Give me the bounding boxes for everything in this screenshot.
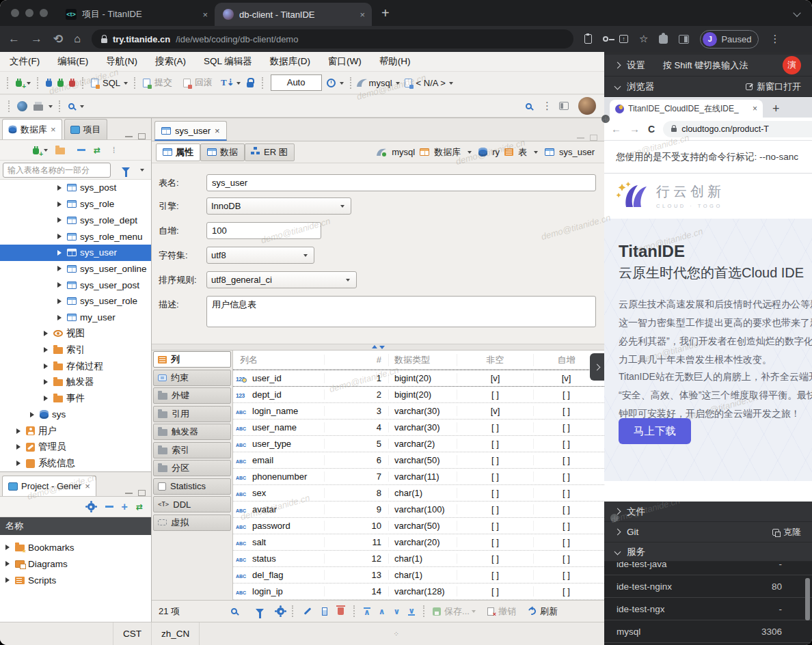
minimize-panel-icon[interactable] xyxy=(125,492,133,494)
gear-icon[interactable] xyxy=(87,503,95,510)
profile-button[interactable]: J Paused xyxy=(700,30,759,49)
delete-icon[interactable] xyxy=(338,607,344,615)
table-row[interactable]: 123user_id1bigint(20)[v][v] xyxy=(233,370,604,387)
menu-item[interactable]: 数据库(D) xyxy=(270,55,310,68)
table-row[interactable]: ABCphonenumber7varchar(11)[ ][ ] xyxy=(233,469,604,485)
tree-item-sys_user_post[interactable]: sys_user_post xyxy=(0,277,151,293)
section-tab-分区[interactable]: 分区 xyxy=(153,460,231,476)
section-tab-外键[interactable]: 外键 xyxy=(153,387,231,404)
header-data-type[interactable]: 数据类型 xyxy=(388,354,457,366)
tree-item-sys_role[interactable]: sys_role xyxy=(0,196,151,212)
search-icon[interactable] xyxy=(231,608,237,614)
expand-arrow-icon[interactable] xyxy=(5,561,12,566)
sql-editor-button[interactable]: SQL xyxy=(103,78,120,88)
chevron-down-icon[interactable] xyxy=(49,105,53,110)
project-item-Diagrams[interactable]: Diagrams xyxy=(0,555,151,572)
side-panel-icon[interactable] xyxy=(679,35,689,44)
install-icon[interactable]: ↑ xyxy=(619,35,628,43)
filter-icon[interactable] xyxy=(122,167,130,172)
table-row[interactable]: 123dept_id2bigint(20)[ ][ ] xyxy=(233,387,604,403)
refresh-button[interactable]: 刷新 xyxy=(540,605,558,618)
menu-item[interactable]: 文件(F) xyxy=(10,55,40,68)
menu-item[interactable]: SQL 编辑器 xyxy=(204,55,252,68)
tree-item-my_user[interactable]: my_user xyxy=(0,310,151,326)
close-tab-icon[interactable]: × xyxy=(360,10,365,20)
clone-button[interactable]: 克隆 xyxy=(772,526,801,538)
collapse-all-icon[interactable] xyxy=(77,149,85,151)
edit-icon[interactable] xyxy=(304,607,312,615)
close-tab-icon[interactable]: × xyxy=(202,10,208,20)
move-up-icon[interactable]: ∧ xyxy=(379,607,385,616)
close-tab-icon[interactable]: × xyxy=(85,481,90,491)
lock-transaction-icon[interactable] xyxy=(247,82,254,87)
expand-all-icon[interactable]: + xyxy=(122,501,128,513)
charset-select[interactable]: utf8 xyxy=(206,247,314,264)
link-editor-icon[interactable]: ⇄ xyxy=(136,502,143,512)
maximize-panel-icon[interactable] xyxy=(138,133,146,139)
chevron-down-icon[interactable] xyxy=(124,82,128,87)
forward-icon[interactable]: → xyxy=(630,123,640,135)
collapse-up-icon[interactable] xyxy=(372,342,377,348)
menu-item[interactable]: 搜索(A) xyxy=(155,55,186,68)
schema-icon[interactable] xyxy=(405,79,412,87)
section-tab-索引[interactable]: 索引 xyxy=(153,442,231,458)
tree-item-sys[interactable]: sys xyxy=(0,407,151,423)
files-section[interactable]: 文件 xyxy=(604,502,812,522)
tab-project[interactable]: 项目 xyxy=(64,119,107,139)
breadcrumb-connection[interactable]: mysql xyxy=(392,147,415,157)
web-icon[interactable] xyxy=(17,101,27,111)
bookmark-star-icon[interactable]: ☆ xyxy=(639,33,648,45)
section-tab-约束[interactable]: 约束 xyxy=(153,370,231,386)
menu-item[interactable]: 编辑(E) xyxy=(57,55,88,68)
chevron-down-icon[interactable] xyxy=(534,151,538,156)
project-item-Bookmarks[interactable]: Bookmarks xyxy=(0,539,151,555)
table-row[interactable]: ABCuser_type5varchar(2)[ ][ ] xyxy=(233,436,604,452)
maximize-panel-icon[interactable] xyxy=(138,490,146,496)
collation-select[interactable]: utf8_general_ci xyxy=(206,271,357,288)
tree-item-sys_post[interactable]: sys_post xyxy=(0,180,151,196)
expand-arrow-icon[interactable] xyxy=(16,461,23,466)
table-row[interactable]: ABCuser_name4varchar(30)[ ][ ] xyxy=(233,420,604,436)
header-not-null[interactable]: 非空 xyxy=(457,354,533,366)
preview-tab[interactable]: TitanIDE_CloudIDE_在线IDE_ × xyxy=(610,100,763,118)
column-view-icon[interactable] xyxy=(322,607,327,616)
header-ordinal[interactable]: # xyxy=(324,355,388,365)
save-icon[interactable] xyxy=(433,607,441,616)
new-folder-icon[interactable] xyxy=(55,148,65,154)
close-tab-icon[interactable]: × xyxy=(215,126,220,136)
connect-icon[interactable] xyxy=(46,81,52,87)
tree-item-存储过程[interactable]: 存储过程 xyxy=(0,358,151,374)
password-key-icon[interactable] xyxy=(603,36,608,42)
tree-item-sys_role_menu[interactable]: sys_role_menu xyxy=(0,228,151,245)
print-icon[interactable] xyxy=(33,105,43,111)
tab-project-general[interactable]: Project - Gener × xyxy=(2,476,96,496)
menu-item[interactable]: 导航(N) xyxy=(106,55,137,68)
close-window-button[interactable] xyxy=(11,9,19,17)
tree-item-系统信息[interactable]: 系统信息 xyxy=(0,455,151,471)
transaction-log-icon[interactable] xyxy=(327,79,336,87)
extensions-icon[interactable] xyxy=(659,35,668,44)
address-bar[interactable]: try.titanide.cn/ide/web/coding/db-client… xyxy=(92,29,573,49)
maximize-window-button[interactable] xyxy=(40,9,48,17)
table-row[interactable]: ABCdel_flag13char(1)[ ][ ] xyxy=(233,567,604,584)
expand-arrow-icon[interactable] xyxy=(44,363,51,369)
expand-arrow-icon[interactable] xyxy=(5,577,12,583)
user-avatar[interactable] xyxy=(578,97,596,115)
expand-arrow-icon[interactable] xyxy=(44,396,51,401)
project-item-Scripts[interactable]: Scripts xyxy=(0,572,151,588)
section-tab-触发器[interactable]: 触发器 xyxy=(153,424,231,440)
close-tab-icon[interactable]: × xyxy=(51,124,56,135)
engine-select[interactable]: InnoDB xyxy=(206,197,351,215)
breadcrumb-databases[interactable]: 数据库 xyxy=(434,146,461,159)
perspective-icon[interactable] xyxy=(559,102,569,110)
link-editor-icon[interactable]: ⇄ xyxy=(94,146,100,155)
more-options-icon[interactable]: ⋮ xyxy=(542,100,552,112)
browser-section[interactable]: 浏览器 新窗口打开 xyxy=(604,77,812,97)
expand-arrow-icon[interactable] xyxy=(57,217,64,223)
move-bottom-icon[interactable]: ∨ xyxy=(408,607,415,616)
header-column-name[interactable]: 列名 xyxy=(233,354,324,366)
git-section[interactable]: Git 克隆 xyxy=(604,522,812,543)
auto-increment-input[interactable] xyxy=(206,222,321,239)
collapse-all-icon[interactable] xyxy=(105,506,113,508)
table-row[interactable]: ABCpassword10varchar(50)[ ][ ] xyxy=(233,518,604,534)
